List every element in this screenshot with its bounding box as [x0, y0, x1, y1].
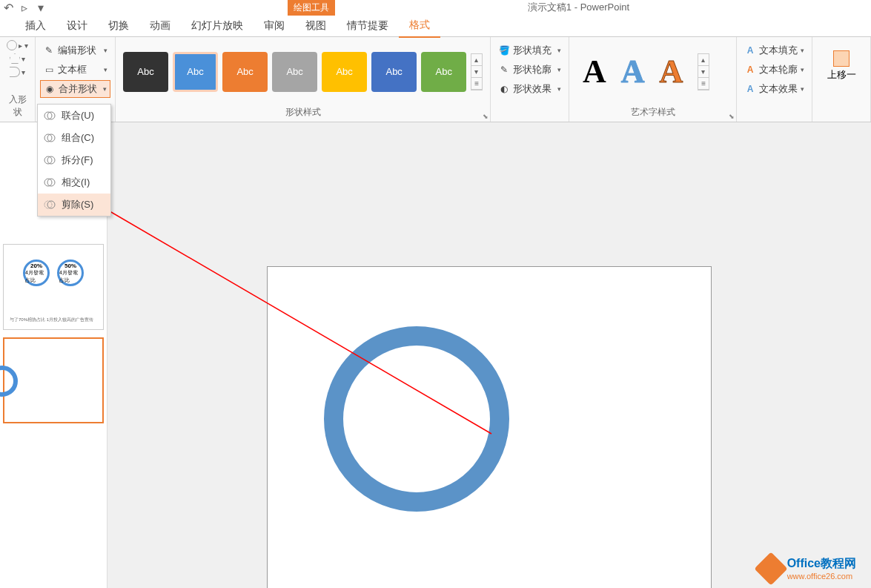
- shape-style-1[interactable]: Abc: [123, 52, 168, 92]
- tab-animations[interactable]: 动画: [139, 15, 181, 37]
- shape-fill-button[interactable]: 🪣 形状填充 ▾: [495, 42, 564, 59]
- shape-outline-button[interactable]: ✎ 形状轮廓 ▾: [495, 61, 564, 79]
- tab-storyboard[interactable]: 情节提要: [337, 15, 399, 37]
- tab-transitions[interactable]: 切换: [98, 15, 139, 37]
- tab-view[interactable]: 视图: [295, 15, 337, 37]
- menu-subtract[interactable]: 剪除(S): [38, 194, 110, 216]
- title-bar: ↶ ▹ ▾ 绘图工具 演示文稿1 - PowerPoint: [0, 0, 871, 15]
- tab-review[interactable]: 审阅: [254, 15, 295, 37]
- shape-style-2[interactable]: Abc: [173, 52, 218, 92]
- wordart-styles-group: A A A ▴ ▾ ≡ 艺术字样式 ⬊: [569, 37, 737, 122]
- text-effects-label: 文本效果: [759, 82, 798, 96]
- chevron-down-icon: ▾: [557, 47, 561, 54]
- menu-subtract-label: 剪除(S): [62, 198, 93, 211]
- shape-styles-label: 形状样式: [120, 105, 486, 120]
- gallery-scroll: ▴ ▾ ≡: [471, 53, 483, 90]
- tab-slideshow[interactable]: 幻灯片放映: [181, 15, 254, 37]
- chevron-down-icon: ▾: [801, 85, 804, 93]
- ring-shape[interactable]: [324, 326, 509, 512]
- merge-shapes-icon: ◉: [44, 83, 56, 95]
- text-box-icon: ▭: [43, 64, 55, 76]
- text-outline-button[interactable]: A 文本轮廓 ▾: [741, 61, 807, 79]
- text-box-label: 文本框: [58, 63, 87, 76]
- text-fill-icon: A: [744, 44, 756, 56]
- menu-union[interactable]: 联合(U): [38, 105, 110, 127]
- shape-styles-launcher[interactable]: ⬊: [483, 113, 489, 120]
- shapes-row-expand[interactable]: ▸ ▾: [19, 42, 28, 50]
- quick-access-toolbar: ↶ ▹ ▾: [1, 1, 47, 14]
- shape-fill-label: 形状填充: [513, 44, 552, 57]
- tab-format[interactable]: 格式: [399, 14, 440, 38]
- menu-combine[interactable]: 组合(C): [38, 127, 110, 149]
- slide-thumbnail-1[interactable]: 20% 4月發電占比 50% 4月發電占比 与了70%相协占比 1月投入较高的广…: [3, 244, 104, 330]
- chevron-down-icon: ▾: [557, 66, 561, 73]
- text-effects-button[interactable]: A 文本效果 ▾: [741, 80, 807, 98]
- gallery-up-icon[interactable]: ▴: [698, 54, 709, 66]
- gallery-down-icon[interactable]: ▾: [471, 66, 482, 78]
- undo-icon[interactable]: ↶: [1, 1, 15, 14]
- oval-shape-icon[interactable]: [7, 40, 17, 50]
- union-icon: [44, 110, 56, 122]
- gallery-more-icon[interactable]: ≡: [698, 78, 709, 90]
- slide-canvas[interactable]: [267, 266, 712, 588]
- chevron-down-icon: ▾: [104, 66, 107, 73]
- shape-effects-button[interactable]: ◐ 形状效果 ▾: [495, 80, 564, 98]
- subtract-icon: [44, 199, 56, 211]
- pentagon-shape-icon[interactable]: [10, 53, 20, 64]
- shape-style-7[interactable]: Abc: [421, 52, 466, 92]
- shape-format-group: 🪣 形状填充 ▾ ✎ 形状轮廓 ▾ ◐ 形状效果 ▾: [491, 37, 569, 122]
- shape-style-3[interactable]: Abc: [222, 52, 268, 92]
- paint-bucket-icon: 🪣: [498, 44, 510, 56]
- wordart-gallery-scroll: ▴ ▾ ≡: [698, 53, 709, 90]
- thumb-caption: 与了70%相协占比 1月投入较高的广告宣传: [8, 314, 95, 326]
- thumb-ring-shape: [0, 366, 18, 397]
- wordart-styles-launcher[interactable]: ⬊: [729, 113, 735, 120]
- text-fill-label: 文本填充: [759, 44, 798, 57]
- menu-combine-label: 组合(C): [62, 131, 94, 145]
- intersect-icon: [44, 176, 56, 188]
- shape-outline-label: 形状轮廓: [513, 63, 552, 76]
- svg-point-9: [47, 201, 55, 208]
- gallery-down-icon[interactable]: ▾: [698, 66, 709, 78]
- wordart-styles-label: 艺术字样式: [574, 105, 732, 120]
- insert-shapes-label: 入形状: [4, 92, 30, 120]
- chevron-down-icon: ▾: [104, 47, 107, 54]
- gallery-more-icon[interactable]: ≡: [471, 78, 482, 90]
- watermark-icon: [754, 552, 787, 585]
- wordart-style-1[interactable]: A: [583, 53, 606, 90]
- shape-style-6[interactable]: Abc: [371, 52, 417, 92]
- menu-intersect-label: 相交(I): [62, 176, 90, 189]
- menu-intersect[interactable]: 相交(I): [38, 171, 110, 194]
- menu-union-label: 联合(U): [62, 109, 94, 122]
- thumb-circle-2: 50% 4月發電占比: [57, 260, 84, 286]
- shapes-row2-expand[interactable]: ▾: [21, 55, 25, 63]
- text-box-button[interactable]: ▭ 文本框 ▾: [40, 61, 110, 79]
- canvas-area[interactable]: [107, 122, 871, 588]
- bring-forward-label: 上移一: [827, 68, 856, 82]
- tab-design[interactable]: 设计: [56, 15, 98, 37]
- merge-shapes-dropdown: 联合(U) 组合(C) 拆分(F) 相交(I) 剪除(S): [37, 104, 111, 217]
- qat-dropdown-icon[interactable]: ▾: [34, 1, 47, 14]
- effects-icon: ◐: [498, 83, 510, 95]
- tab-insert[interactable]: 插入: [15, 15, 56, 37]
- gallery-up-icon[interactable]: ▴: [471, 54, 482, 66]
- bracket-shape-icon[interactable]: [10, 67, 20, 77]
- insert-shapes-group: ▸ ▾ ▾ ▾ 入形状: [0, 37, 36, 122]
- menu-fragment[interactable]: 拆分(F): [38, 149, 110, 171]
- text-fill-button[interactable]: A 文本填充 ▾: [741, 42, 807, 59]
- merge-shapes-button[interactable]: ◉ 合并形状 ▾: [40, 80, 110, 98]
- watermark-url: www.office26.com: [787, 572, 856, 581]
- shape-style-5[interactable]: Abc: [322, 52, 367, 92]
- shape-style-4[interactable]: Abc: [272, 52, 317, 92]
- arrange-group: 上移一: [812, 37, 871, 122]
- wordart-style-3[interactable]: A: [660, 53, 683, 90]
- edit-shape-label: 编辑形状: [58, 44, 96, 57]
- edit-shape-button[interactable]: ✎ 编辑形状 ▾: [40, 42, 110, 59]
- slide-thumbnail-2[interactable]: [3, 337, 104, 423]
- shapes-row3-expand[interactable]: ▾: [21, 68, 25, 76]
- wordart-style-2[interactable]: A: [621, 53, 645, 90]
- start-from-beginning-icon[interactable]: ▹: [18, 1, 31, 14]
- pen-icon: ✎: [498, 64, 510, 76]
- main-area: 20% 4月發電占比 50% 4月發電占比 与了70%相协占比 1月投入较高的广…: [0, 122, 871, 588]
- bring-forward-icon[interactable]: [833, 50, 850, 67]
